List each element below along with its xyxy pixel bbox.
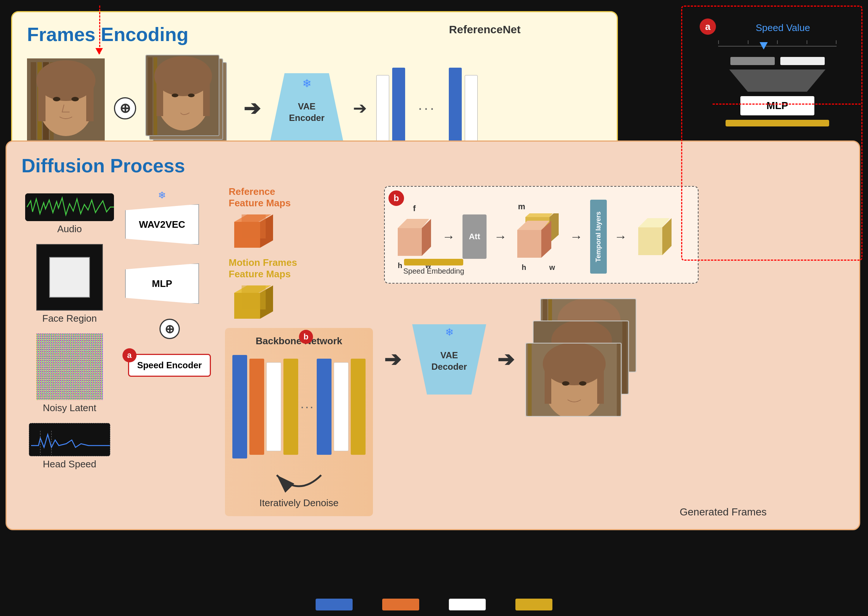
speed-emb-label: Speed Embedding — [403, 267, 464, 275]
svg-rect-83 — [545, 364, 551, 404]
arrow-1: ➔ — [243, 96, 260, 120]
gen-face-3-svg — [526, 344, 622, 417]
speed-encoder-label: Speed Encoder — [137, 360, 202, 370]
red-dashed-arrow-top — [99, 6, 100, 53]
arrow-to-output: → — [614, 229, 627, 244]
audio-waveform-display — [25, 193, 114, 221]
vae-encoder-group: ❄ VAEEncoder — [270, 71, 344, 145]
svg-rect-2 — [31, 62, 36, 140]
inputs-column: Audio Face Region — [22, 186, 118, 470]
mlp-diffusion-box: MLP — [125, 263, 199, 304]
legend-blue-color — [316, 599, 353, 610]
plus-operator: ⊕ — [114, 97, 136, 119]
svg-point-82 — [543, 344, 606, 385]
bb-orange-1 — [249, 359, 264, 455]
gen-frame-3 — [525, 343, 622, 417]
bb-gold-1 — [284, 359, 298, 455]
svg-rect-59 — [638, 227, 662, 255]
svg-rect-24 — [203, 76, 210, 116]
red-arrow-head — [96, 48, 103, 55]
feat-col-blue-2 — [449, 68, 462, 149]
h-label-right: h — [522, 263, 526, 272]
bb-gold-2 — [351, 359, 365, 455]
reference-face-container — [27, 58, 105, 143]
motion-cube-container — [228, 282, 277, 322]
ref-feat-maps-group: ReferenceFeature Maps — [221, 186, 377, 251]
svg-point-25 — [172, 94, 178, 97]
face-region-group: Face Region — [22, 244, 118, 324]
mlp-diffusion-group: MLP — [125, 263, 214, 304]
svg-rect-73 — [622, 321, 627, 394]
noisy-latent-label: Noisy Latent — [43, 402, 96, 414]
speed-emb-bar — [404, 259, 463, 266]
temporal-label: Temporal layers — [595, 212, 602, 262]
feat-col-white-1 — [376, 75, 389, 141]
detail-b-content: f h w — [394, 196, 688, 273]
face-region-display — [36, 244, 103, 311]
h-label-left: h — [398, 261, 402, 270]
arrow-to-att: → — [442, 229, 455, 244]
f-label: f — [413, 204, 416, 213]
legend-orange-color — [382, 599, 419, 610]
noisy-latent-group: Noisy Latent — [22, 333, 118, 414]
fhw-labels: f — [413, 204, 416, 213]
backbone-columns-container: Backbone Network b ··· — [225, 328, 373, 516]
svg-rect-84 — [597, 364, 604, 404]
vae-encoder-label: VAEEncoder — [289, 100, 325, 123]
wav2vec-box: WAV2VEC — [125, 204, 199, 245]
arrow-to-gen: ➔ — [497, 347, 514, 371]
output-cube-group — [635, 214, 675, 259]
arrow-from-att: → — [494, 229, 507, 244]
svg-rect-56 — [517, 230, 541, 258]
generated-frames-container — [525, 299, 644, 420]
bb-dots: ··· — [301, 399, 315, 414]
ref-feat-label: ReferenceFeature Maps — [228, 186, 291, 209]
feat-col-blue-1 — [392, 68, 405, 149]
mlp-label: MLP — [152, 278, 172, 289]
vae-decoder-label: VAEDecoder — [432, 349, 467, 372]
curved-arrow-svg — [262, 468, 336, 497]
generated-frames-label: Generated Frames — [680, 506, 767, 518]
w-label-right: w — [549, 263, 555, 272]
arrow-to-vae: ➔ — [384, 347, 401, 371]
wav2vec-group: ❄ WAV2VEC — [125, 190, 199, 245]
svg-rect-9 — [86, 81, 94, 121]
svg-rect-32 — [36, 333, 103, 400]
dots-1: ··· — [418, 100, 436, 116]
vae-decoder-row: ➔ ❄ VAEDecoder ➔ — [384, 299, 844, 420]
speed-emb-group: Speed Embedding — [403, 259, 464, 275]
wav2vec-row: ❄ WAV2VEC — [125, 190, 214, 245]
iter-denoise-label: Iteratively Denoise — [259, 497, 339, 509]
svg-point-86 — [579, 381, 586, 386]
svg-rect-8 — [38, 81, 46, 121]
temporal-group: Temporal layers — [590, 200, 607, 273]
head-speed-svg — [29, 423, 110, 456]
wav2vec-label: WAV2VEC — [139, 219, 185, 230]
bb-blue-2 — [317, 359, 331, 455]
motion-frame-front — [145, 55, 219, 136]
snowflake-icon: ❄ — [302, 77, 312, 90]
mhw-cube-group: m — [514, 202, 562, 272]
red-dashed-border — [681, 6, 862, 261]
head-speed-label: Head Speed — [43, 459, 96, 470]
head-speed-group: Head Speed — [22, 423, 118, 470]
svg-rect-79 — [528, 344, 532, 417]
motion-cube-svg — [228, 282, 277, 322]
legend-white-color — [449, 599, 486, 610]
snowflake-wav2vec: ❄ — [158, 190, 166, 201]
att-label: Att — [469, 232, 480, 242]
svg-rect-80 — [617, 344, 621, 417]
ref-cube-svg — [228, 211, 277, 251]
att-block: Att — [463, 214, 487, 259]
page-wrapper: Frames Encoding ReferenceNet — [0, 0, 868, 616]
plus-operator-noisy: ⊕ — [159, 319, 180, 339]
hw-labels-right: h w — [522, 263, 555, 272]
motion-feat-label: Motion FramesFeature Maps — [228, 257, 297, 280]
motion-face-front-svg — [146, 55, 219, 136]
arrow-to-temporal: → — [570, 229, 583, 244]
face-region-inner-box — [49, 257, 90, 298]
plus-noisy-group: ⊕ — [125, 319, 214, 339]
output-cube-svg — [635, 214, 675, 259]
bb-white-1 — [266, 362, 281, 451]
iter-denoise-group: Iteratively Denoise — [232, 468, 365, 509]
